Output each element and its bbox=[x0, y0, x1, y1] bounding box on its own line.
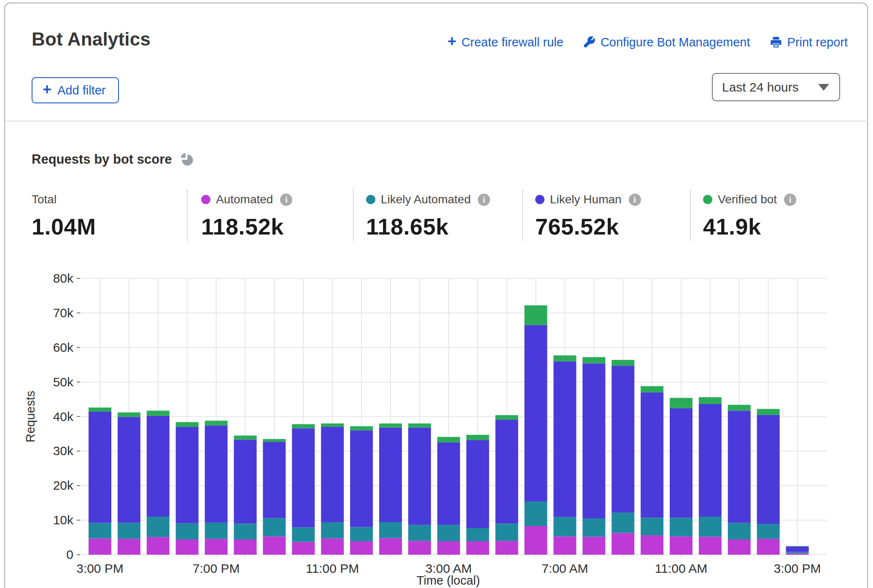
bar-segment-automated[interactable] bbox=[205, 539, 228, 555]
bar-segment-verified-bot[interactable] bbox=[728, 405, 751, 411]
bar-segment-verified-bot[interactable] bbox=[641, 386, 663, 392]
bar-segment-automated[interactable] bbox=[670, 537, 692, 555]
bar-segment-verified-bot[interactable] bbox=[89, 407, 111, 412]
bar-segment-verified-bot[interactable] bbox=[234, 436, 257, 440]
time-range-select[interactable]: Last 24 hours bbox=[712, 73, 840, 101]
bar-segment-likely-automated[interactable] bbox=[408, 525, 431, 541]
bar-segment-likely-human[interactable] bbox=[525, 325, 547, 502]
bar-segment-automated[interactable] bbox=[350, 541, 373, 555]
bar-segment-verified-bot[interactable] bbox=[292, 424, 315, 429]
bar-segment-likely-human[interactable] bbox=[582, 363, 605, 518]
bar-segment-likely-human[interactable] bbox=[496, 420, 518, 523]
bar-segment-likely-human[interactable] bbox=[292, 428, 315, 527]
bar-segment-likely-human[interactable] bbox=[670, 408, 692, 518]
stat-automated[interactable]: Automated i 118.52k bbox=[201, 192, 292, 240]
bar-segment-verified-bot[interactable] bbox=[379, 423, 402, 428]
bar-segment-likely-automated[interactable] bbox=[205, 523, 228, 539]
bar-segment-likely-human[interactable] bbox=[553, 361, 576, 517]
bar-segment-likely-automated[interactable] bbox=[321, 522, 344, 538]
bar-segment-likely-automated[interactable] bbox=[525, 502, 547, 526]
bar-segment-automated[interactable] bbox=[437, 541, 460, 555]
bar-segment-verified-bot[interactable] bbox=[496, 415, 518, 420]
stat-likely-automated[interactable]: Likely Automated i 118.65k bbox=[366, 192, 490, 240]
bar-segment-verified-bot[interactable] bbox=[437, 437, 460, 442]
bar-segment-likely-automated[interactable] bbox=[641, 518, 663, 535]
bar-segment-verified-bot[interactable] bbox=[553, 356, 576, 361]
bar-segment-likely-human[interactable] bbox=[89, 412, 111, 523]
bar-segment-automated[interactable] bbox=[641, 535, 663, 555]
bar-segment-likely-human[interactable] bbox=[437, 442, 460, 525]
bar-segment-automated[interactable] bbox=[466, 541, 489, 555]
bar-segment-likely-automated[interactable] bbox=[89, 523, 111, 539]
info-icon[interactable]: i bbox=[784, 194, 796, 206]
bar-segment-verified-bot[interactable] bbox=[176, 422, 199, 427]
bar-segment-likely-automated[interactable] bbox=[263, 518, 286, 536]
bar-segment-automated[interactable] bbox=[292, 542, 315, 555]
bar-segment-verified-bot[interactable] bbox=[786, 546, 809, 547]
bar-segment-likely-human[interactable] bbox=[147, 416, 170, 517]
bar-segment-automated[interactable] bbox=[89, 539, 111, 555]
bar-segment-likely-automated[interactable] bbox=[699, 517, 722, 537]
bar-segment-likely-human[interactable] bbox=[612, 366, 634, 512]
bar-segment-likely-automated[interactable] bbox=[496, 523, 518, 541]
bar-segment-likely-human[interactable] bbox=[699, 404, 722, 517]
bar-segment-verified-bot[interactable] bbox=[757, 409, 780, 415]
bar-segment-automated[interactable] bbox=[147, 537, 170, 555]
bar-segment-likely-automated[interactable] bbox=[612, 512, 634, 533]
bar-segment-automated[interactable] bbox=[757, 539, 780, 555]
bar-segment-likely-human[interactable] bbox=[728, 411, 751, 523]
bar-segment-likely-human[interactable] bbox=[641, 392, 663, 518]
stat-verified-bot[interactable]: Verified bot i 41.9k bbox=[703, 192, 796, 240]
bar-segment-likely-human[interactable] bbox=[466, 440, 489, 528]
bar-segment-verified-bot[interactable] bbox=[670, 398, 692, 408]
bar-segment-likely-automated[interactable] bbox=[147, 517, 170, 537]
bar-segment-verified-bot[interactable] bbox=[525, 305, 547, 325]
bar-segment-automated[interactable] bbox=[699, 537, 722, 555]
bar-segment-automated[interactable] bbox=[234, 539, 257, 555]
bar-segment-likely-automated[interactable] bbox=[379, 522, 402, 538]
add-filter-button[interactable]: + Add filter bbox=[32, 77, 119, 103]
create-firewall-rule-link[interactable]: + Create firewall rule bbox=[447, 35, 563, 50]
bar-segment-likely-automated[interactable] bbox=[234, 523, 257, 539]
stat-likely-human[interactable]: Likely Human i 765.52k bbox=[535, 192, 641, 240]
bar-segment-likely-human[interactable] bbox=[350, 430, 373, 527]
bar-segment-automated[interactable] bbox=[321, 539, 344, 555]
bar-segment-likely-automated[interactable] bbox=[728, 523, 751, 539]
bar-segment-likely-human[interactable] bbox=[176, 427, 199, 523]
bar-segment-verified-bot[interactable] bbox=[147, 411, 170, 416]
bar-segment-verified-bot[interactable] bbox=[699, 397, 722, 404]
bar-segment-likely-automated[interactable] bbox=[466, 528, 489, 541]
bar-segment-automated[interactable] bbox=[496, 541, 518, 555]
bar-segment-automated[interactable] bbox=[118, 539, 140, 555]
bar-segment-likely-human[interactable] bbox=[757, 415, 780, 524]
bar-segment-automated[interactable] bbox=[612, 533, 634, 555]
bar-segment-likely-automated[interactable] bbox=[350, 527, 373, 542]
info-icon[interactable]: i bbox=[629, 194, 641, 206]
bar-segment-likely-human[interactable] bbox=[786, 546, 809, 552]
bar-segment-automated[interactable] bbox=[728, 539, 751, 555]
bar-segment-automated[interactable] bbox=[525, 526, 547, 555]
bar-segment-automated[interactable] bbox=[176, 539, 199, 555]
bar-segment-likely-automated[interactable] bbox=[118, 523, 140, 539]
bar-segment-automated[interactable] bbox=[786, 553, 809, 555]
bar-segment-likely-automated[interactable] bbox=[582, 518, 605, 537]
bar-segment-automated[interactable] bbox=[408, 541, 431, 555]
bar-segment-verified-bot[interactable] bbox=[263, 439, 286, 442]
info-icon[interactable]: i bbox=[478, 194, 490, 206]
bar-segment-automated[interactable] bbox=[379, 538, 402, 555]
bar-segment-verified-bot[interactable] bbox=[582, 357, 605, 364]
bar-segment-likely-automated[interactable] bbox=[553, 517, 576, 537]
bar-segment-likely-human[interactable] bbox=[118, 417, 140, 523]
bar-segment-automated[interactable] bbox=[553, 537, 576, 555]
bar-segment-verified-bot[interactable] bbox=[466, 435, 489, 440]
bar-segment-likely-automated[interactable] bbox=[757, 524, 780, 539]
bar-segment-verified-bot[interactable] bbox=[408, 423, 431, 428]
info-icon[interactable]: i bbox=[280, 194, 292, 206]
bar-segment-likely-automated[interactable] bbox=[670, 518, 692, 536]
bar-segment-likely-human[interactable] bbox=[263, 442, 286, 518]
bar-segment-automated[interactable] bbox=[582, 537, 605, 555]
bar-segment-likely-automated[interactable] bbox=[437, 525, 460, 541]
bar-segment-likely-human[interactable] bbox=[379, 428, 402, 522]
bar-segment-likely-automated[interactable] bbox=[176, 523, 199, 539]
bar-segment-verified-bot[interactable] bbox=[205, 421, 228, 425]
